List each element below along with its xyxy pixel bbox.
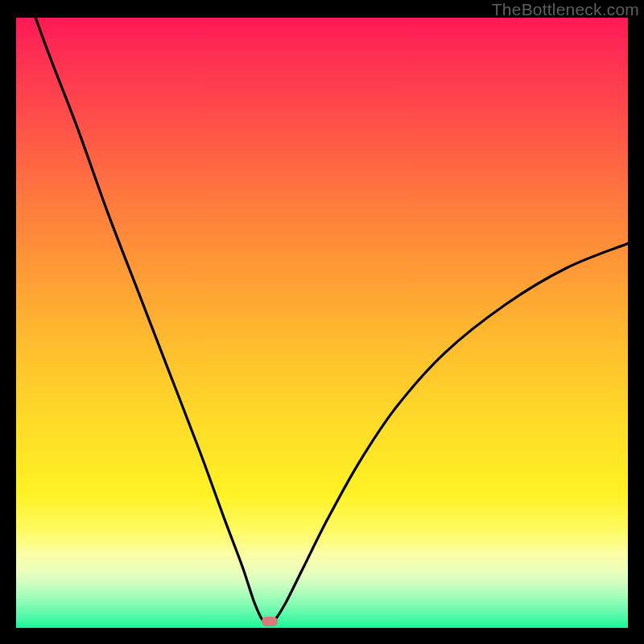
chart-plot-area xyxy=(16,18,628,628)
watermark-text: TheBottleneck.com xyxy=(492,0,639,19)
chart-curve-svg xyxy=(16,18,628,628)
bottleneck-curve xyxy=(16,18,628,624)
optimum-marker xyxy=(262,617,278,626)
